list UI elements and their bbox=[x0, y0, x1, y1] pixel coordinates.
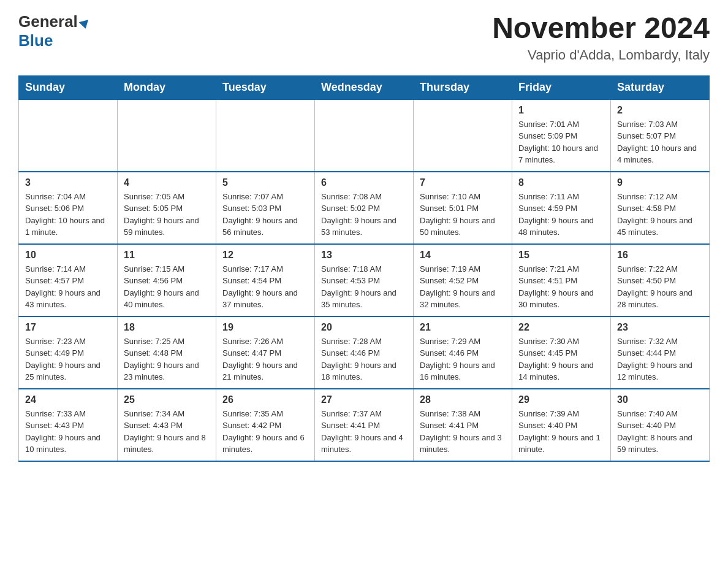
calendar-cell bbox=[315, 99, 414, 172]
day-info: Sunrise: 7:01 AM Sunset: 5:09 PM Dayligh… bbox=[518, 118, 604, 166]
day-info: Sunrise: 7:18 AM Sunset: 4:53 PM Dayligh… bbox=[321, 263, 407, 311]
day-number: 19 bbox=[222, 322, 308, 333]
calendar-cell: 26Sunrise: 7:35 AM Sunset: 4:42 PM Dayli… bbox=[216, 389, 315, 461]
day-info: Sunrise: 7:29 AM Sunset: 4:46 PM Dayligh… bbox=[420, 335, 506, 383]
day-number: 27 bbox=[321, 394, 407, 405]
calendar-cell: 11Sunrise: 7:15 AM Sunset: 4:56 PM Dayli… bbox=[118, 244, 216, 316]
calendar-body: 1Sunrise: 7:01 AM Sunset: 5:09 PM Daylig… bbox=[19, 99, 710, 461]
calendar-cell: 16Sunrise: 7:22 AM Sunset: 4:50 PM Dayli… bbox=[611, 244, 710, 316]
day-number: 20 bbox=[321, 322, 407, 333]
day-info: Sunrise: 7:05 AM Sunset: 5:05 PM Dayligh… bbox=[124, 191, 210, 239]
day-info: Sunrise: 7:30 AM Sunset: 4:45 PM Dayligh… bbox=[518, 335, 604, 383]
day-info: Sunrise: 7:15 AM Sunset: 4:56 PM Dayligh… bbox=[124, 263, 210, 311]
day-info: Sunrise: 7:26 AM Sunset: 4:47 PM Dayligh… bbox=[222, 335, 308, 383]
calendar-cell: 8Sunrise: 7:11 AM Sunset: 4:59 PM Daylig… bbox=[512, 172, 611, 244]
header-right: November 2024 Vaprio d'Adda, Lombardy, I… bbox=[492, 12, 710, 63]
day-info: Sunrise: 7:25 AM Sunset: 4:48 PM Dayligh… bbox=[124, 335, 210, 383]
calendar-cell bbox=[19, 99, 118, 172]
logo-general-text: General bbox=[18, 12, 89, 31]
day-info: Sunrise: 7:19 AM Sunset: 4:52 PM Dayligh… bbox=[420, 263, 506, 311]
calendar-cell: 10Sunrise: 7:14 AM Sunset: 4:57 PM Dayli… bbox=[19, 244, 118, 316]
day-number: 16 bbox=[617, 250, 703, 261]
calendar-cell: 19Sunrise: 7:26 AM Sunset: 4:47 PM Dayli… bbox=[216, 316, 315, 389]
day-number: 22 bbox=[518, 322, 604, 333]
calendar-header: SundayMondayTuesdayWednesdayThursdayFrid… bbox=[19, 75, 710, 99]
day-number: 11 bbox=[124, 250, 210, 261]
day-number: 25 bbox=[124, 394, 210, 405]
calendar-cell: 13Sunrise: 7:18 AM Sunset: 4:53 PM Dayli… bbox=[315, 244, 414, 316]
calendar-cell: 7Sunrise: 7:10 AM Sunset: 5:01 PM Daylig… bbox=[414, 172, 512, 244]
calendar-cell: 21Sunrise: 7:29 AM Sunset: 4:46 PM Dayli… bbox=[414, 316, 512, 389]
day-number: 24 bbox=[25, 394, 111, 405]
weekday-header-tuesday: Tuesday bbox=[216, 75, 315, 99]
calendar-cell: 20Sunrise: 7:28 AM Sunset: 4:46 PM Dayli… bbox=[315, 316, 414, 389]
day-number: 3 bbox=[25, 177, 111, 188]
day-info: Sunrise: 7:12 AM Sunset: 4:58 PM Dayligh… bbox=[617, 191, 703, 239]
weekday-header-sunday: Sunday bbox=[19, 75, 118, 99]
calendar-cell: 23Sunrise: 7:32 AM Sunset: 4:44 PM Dayli… bbox=[611, 316, 710, 389]
page-header: General Blue November 2024 Vaprio d'Adda… bbox=[18, 12, 710, 63]
weekday-header-thursday: Thursday bbox=[414, 75, 512, 99]
day-info: Sunrise: 7:33 AM Sunset: 4:43 PM Dayligh… bbox=[25, 408, 111, 456]
day-number: 15 bbox=[518, 250, 604, 261]
day-info: Sunrise: 7:35 AM Sunset: 4:42 PM Dayligh… bbox=[222, 408, 308, 456]
calendar-cell: 14Sunrise: 7:19 AM Sunset: 4:52 PM Dayli… bbox=[414, 244, 512, 316]
calendar-cell: 22Sunrise: 7:30 AM Sunset: 4:45 PM Dayli… bbox=[512, 316, 611, 389]
day-info: Sunrise: 7:39 AM Sunset: 4:40 PM Dayligh… bbox=[518, 408, 604, 456]
calendar-cell: 29Sunrise: 7:39 AM Sunset: 4:40 PM Dayli… bbox=[512, 389, 611, 461]
calendar-cell: 17Sunrise: 7:23 AM Sunset: 4:49 PM Dayli… bbox=[19, 316, 118, 389]
day-number: 14 bbox=[420, 250, 506, 261]
calendar-cell: 25Sunrise: 7:34 AM Sunset: 4:43 PM Dayli… bbox=[118, 389, 216, 461]
day-number: 1 bbox=[518, 105, 604, 116]
location: Vaprio d'Adda, Lombardy, Italy bbox=[492, 47, 710, 63]
calendar-week-4: 17Sunrise: 7:23 AM Sunset: 4:49 PM Dayli… bbox=[19, 316, 710, 389]
day-number: 18 bbox=[124, 322, 210, 333]
weekday-header-monday: Monday bbox=[118, 75, 216, 99]
day-info: Sunrise: 7:38 AM Sunset: 4:41 PM Dayligh… bbox=[420, 408, 506, 456]
calendar-week-2: 3Sunrise: 7:04 AM Sunset: 5:06 PM Daylig… bbox=[19, 172, 710, 244]
day-info: Sunrise: 7:08 AM Sunset: 5:02 PM Dayligh… bbox=[321, 191, 407, 239]
day-info: Sunrise: 7:21 AM Sunset: 4:51 PM Dayligh… bbox=[518, 263, 604, 311]
day-number: 21 bbox=[420, 322, 506, 333]
calendar-cell: 28Sunrise: 7:38 AM Sunset: 4:41 PM Dayli… bbox=[414, 389, 512, 461]
logo-triangle-icon bbox=[78, 20, 90, 30]
day-info: Sunrise: 7:28 AM Sunset: 4:46 PM Dayligh… bbox=[321, 335, 407, 383]
day-number: 28 bbox=[420, 394, 506, 405]
day-info: Sunrise: 7:10 AM Sunset: 5:01 PM Dayligh… bbox=[420, 191, 506, 239]
day-number: 12 bbox=[222, 250, 308, 261]
day-info: Sunrise: 7:03 AM Sunset: 5:07 PM Dayligh… bbox=[617, 118, 703, 166]
logo-blue-text: Blue bbox=[18, 31, 53, 50]
calendar-week-3: 10Sunrise: 7:14 AM Sunset: 4:57 PM Dayli… bbox=[19, 244, 710, 316]
day-number: 9 bbox=[617, 177, 703, 188]
day-info: Sunrise: 7:37 AM Sunset: 4:41 PM Dayligh… bbox=[321, 408, 407, 456]
calendar-cell: 30Sunrise: 7:40 AM Sunset: 4:40 PM Dayli… bbox=[611, 389, 710, 461]
day-info: Sunrise: 7:40 AM Sunset: 4:40 PM Dayligh… bbox=[617, 408, 703, 456]
calendar-cell: 2Sunrise: 7:03 AM Sunset: 5:07 PM Daylig… bbox=[611, 99, 710, 172]
day-number: 7 bbox=[420, 177, 506, 188]
day-number: 13 bbox=[321, 250, 407, 261]
weekday-header-wednesday: Wednesday bbox=[315, 75, 414, 99]
calendar-cell: 3Sunrise: 7:04 AM Sunset: 5:06 PM Daylig… bbox=[19, 172, 118, 244]
day-number: 4 bbox=[124, 177, 210, 188]
day-info: Sunrise: 7:23 AM Sunset: 4:49 PM Dayligh… bbox=[25, 335, 111, 383]
calendar-cell: 27Sunrise: 7:37 AM Sunset: 4:41 PM Dayli… bbox=[315, 389, 414, 461]
day-number: 29 bbox=[518, 394, 604, 405]
day-info: Sunrise: 7:14 AM Sunset: 4:57 PM Dayligh… bbox=[25, 263, 111, 311]
calendar-cell: 1Sunrise: 7:01 AM Sunset: 5:09 PM Daylig… bbox=[512, 99, 611, 172]
logo: General Blue bbox=[18, 12, 89, 50]
day-info: Sunrise: 7:17 AM Sunset: 4:54 PM Dayligh… bbox=[222, 263, 308, 311]
month-title: November 2024 bbox=[492, 12, 710, 45]
day-number: 17 bbox=[25, 322, 111, 333]
calendar-cell: 4Sunrise: 7:05 AM Sunset: 5:05 PM Daylig… bbox=[118, 172, 216, 244]
day-number: 10 bbox=[25, 250, 111, 261]
day-info: Sunrise: 7:22 AM Sunset: 4:50 PM Dayligh… bbox=[617, 263, 703, 311]
calendar-cell: 9Sunrise: 7:12 AM Sunset: 4:58 PM Daylig… bbox=[611, 172, 710, 244]
calendar-table: SundayMondayTuesdayWednesdayThursdayFrid… bbox=[18, 75, 710, 462]
calendar-cell bbox=[216, 99, 315, 172]
calendar-cell: 6Sunrise: 7:08 AM Sunset: 5:02 PM Daylig… bbox=[315, 172, 414, 244]
weekday-header-row: SundayMondayTuesdayWednesdayThursdayFrid… bbox=[19, 75, 710, 99]
day-number: 5 bbox=[222, 177, 308, 188]
day-number: 6 bbox=[321, 177, 407, 188]
calendar-cell: 24Sunrise: 7:33 AM Sunset: 4:43 PM Dayli… bbox=[19, 389, 118, 461]
day-number: 23 bbox=[617, 322, 703, 333]
